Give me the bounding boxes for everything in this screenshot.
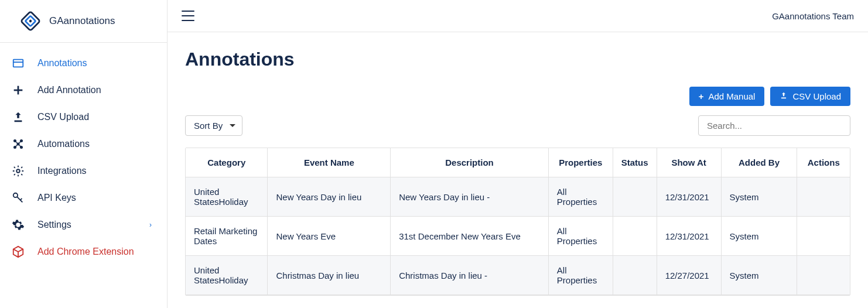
button-label: Add Manual [708,91,755,101]
cell-category: United StatesHoliday [186,177,268,217]
sidebar-item-api-keys[interactable]: API Keys [0,184,167,211]
cell-show-at: 12/31/2021 [657,217,721,256]
cell-actions[interactable] [797,256,850,295]
column-header-actions[interactable]: Actions [797,148,850,177]
svg-rect-3 [13,60,23,67]
sidebar-item-label: Annotations [37,58,87,69]
column-header-status[interactable]: Status [613,148,657,177]
sidebar-item-label: Add Chrome Extension [37,247,134,257]
sidebar-item-label: Automations [37,139,90,149]
sidebar-item-settings[interactable]: Settings › [0,211,167,238]
column-header-category[interactable]: Category [186,148,268,177]
svg-rect-19 [781,98,786,99]
integrations-icon [12,165,25,177]
plus-icon [12,84,25,97]
chevron-right-icon: › [149,221,152,229]
svg-point-16 [13,193,18,197]
csv-upload-button[interactable]: CSV Upload [770,87,850,106]
sort-select[interactable]: Sort By [185,115,242,136]
annotations-icon [12,57,25,70]
column-header-event-name[interactable]: Event Name [268,148,391,177]
gear-icon [12,218,25,231]
svg-point-15 [16,169,20,173]
sidebar-item-annotations[interactable]: Annotations [0,50,167,77]
cell-status [613,217,657,256]
page-title: Annotations [185,49,850,70]
annotations-table: Category Event Name Description Properti… [185,148,850,296]
sidebar-item-integrations[interactable]: Integrations [0,158,167,184]
topbar: GAannotations Team [168,0,868,32]
table-row[interactable]: United StatesHolidayNew Years Day in lie… [186,177,850,217]
cell-properties: All Properties [548,177,613,217]
brand-logo-icon [20,11,41,32]
cell-description: Christmas Day in lieu - [391,256,549,295]
svg-line-17 [17,197,22,202]
automations-icon [12,138,25,150]
cell-actions[interactable] [797,177,850,217]
cell-properties: All Properties [548,256,613,295]
cube-icon [12,245,25,258]
upload-icon [780,91,788,101]
cell-actions[interactable] [797,217,850,256]
cell-category: United StatesHoliday [186,256,268,295]
cell-description: New Years Day in lieu - [391,177,549,217]
brand[interactable]: GAannotations [0,0,167,43]
brand-name: GAannotations [49,15,115,27]
team-name[interactable]: GAannotations Team [772,11,854,21]
cell-status [613,177,657,217]
svg-rect-7 [15,121,22,122]
cell-added-by: System [721,217,797,256]
sidebar-item-automations[interactable]: Automations [0,131,167,158]
button-label: CSV Upload [792,91,841,101]
sidebar-item-csv-upload[interactable]: CSV Upload [0,104,167,131]
column-header-added-by[interactable]: Added By [721,148,797,177]
table-row[interactable]: Retail Marketing DatesNew Years Eve31st … [186,217,850,256]
cell-show-at: 12/31/2021 [657,177,721,217]
sidebar-item-add-annotation[interactable]: Add Annotation [0,77,167,104]
sidebar-item-chrome-extension[interactable]: Add Chrome Extension [0,238,167,265]
cell-event-name: New Years Eve [268,217,391,256]
search-input[interactable] [698,115,850,136]
svg-point-2 [29,19,32,23]
cell-show-at: 12/27/2021 [657,256,721,295]
table-header-row: Category Event Name Description Properti… [186,148,850,177]
table-row[interactable]: United StatesHolidayChristmas Day in lie… [186,256,850,295]
main-content: GAannotations Team Annotations + Add Man… [168,0,868,308]
key-icon [12,191,25,204]
sidebar-item-label: Settings [37,220,71,230]
sidebar-item-label: Add Annotation [37,85,101,95]
column-header-show-at[interactable]: Show At [657,148,721,177]
cell-properties: All Properties [548,217,613,256]
add-manual-button[interactable]: + Add Manual [689,87,765,106]
sidebar-item-label: Integrations [37,166,87,176]
cell-event-name: Christmas Day in lieu [268,256,391,295]
sidebar-item-label: CSV Upload [37,112,89,122]
upload-icon [12,111,25,124]
column-header-properties[interactable]: Properties [548,148,613,177]
cell-description: 31st December New Years Eve [391,217,549,256]
cell-added-by: System [721,256,797,295]
cell-category: Retail Marketing Dates [186,217,268,256]
cell-status [613,256,657,295]
plus-icon: + [699,91,704,101]
sidebar-item-label: API Keys [37,193,76,203]
column-header-description[interactable]: Description [391,148,549,177]
cell-event-name: New Years Day in lieu [268,177,391,217]
svg-line-18 [20,199,22,200]
sidebar: GAannotations Annotations [0,0,168,308]
cell-added-by: System [721,177,797,217]
hamburger-menu-icon[interactable] [182,11,194,21]
